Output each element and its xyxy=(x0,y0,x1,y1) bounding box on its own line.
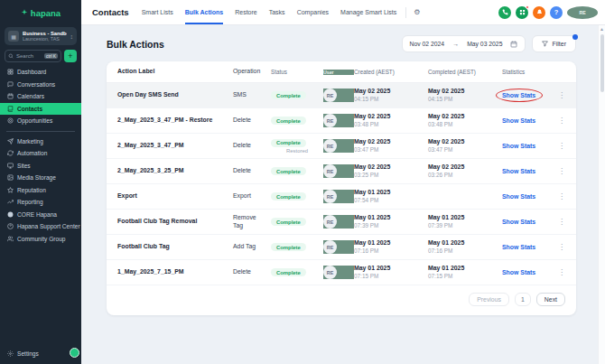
show-stats-link[interactable]: Show Stats xyxy=(502,117,535,124)
user-chip: RE xyxy=(323,114,337,127)
tab-restore[interactable]: Restore xyxy=(235,0,257,24)
sidebar-item-reporting[interactable]: Reporting xyxy=(0,196,81,209)
user-chip: RE xyxy=(323,266,337,279)
status-badge: Complete xyxy=(271,117,306,125)
phone-icon xyxy=(502,9,508,15)
contacts-icon xyxy=(6,106,14,112)
sidebar-item-support-center[interactable]: Hapana Support Center xyxy=(0,220,81,233)
sidebar: hapana ▦ Business - Sandbox Launceston, … xyxy=(0,0,81,364)
row-menu-button[interactable]: ⋮ xyxy=(547,142,565,150)
send-icon xyxy=(6,138,14,145)
col-created: Created (AEST) xyxy=(354,69,428,76)
hapana-spark-icon xyxy=(21,9,28,16)
status-badge: Complete xyxy=(271,139,306,147)
table-row[interactable]: Export Export Complete RE May 01 202507:… xyxy=(107,184,576,210)
tab-smart-lists[interactable]: Smart Lists xyxy=(142,0,173,24)
row-menu-button[interactable]: ⋮ xyxy=(547,117,565,125)
pagination: Previous 1 Next xyxy=(107,285,576,315)
date-to[interactable]: May 03 2025 xyxy=(467,41,502,47)
tab-companies[interactable]: Companies xyxy=(297,0,329,24)
page-title: Bulk Actions xyxy=(107,39,164,50)
col-user: User xyxy=(323,70,354,75)
tab-bulk-actions[interactable]: Bulk Actions xyxy=(185,0,224,24)
sidebar-item-automation[interactable]: Automation xyxy=(0,147,81,160)
contacts-tabs: Smart Lists Bulk Actions Restore Tasks C… xyxy=(142,0,397,24)
tab-settings-gear-icon[interactable]: ⚙ xyxy=(414,8,420,16)
notifications-button[interactable] xyxy=(533,6,545,19)
core-hapana-icon xyxy=(6,211,14,218)
show-stats-link[interactable]: Show Stats xyxy=(502,168,535,174)
sidebar-item-opportunities[interactable]: Opportunities xyxy=(0,115,81,127)
table-row[interactable]: 1_May_2025_7_15_PM Delete Complete RE Ma… xyxy=(107,260,576,285)
filter-button[interactable]: Filter xyxy=(532,35,576,52)
tabs-separator xyxy=(405,7,406,18)
row-menu-button[interactable]: ⋮ xyxy=(547,167,565,175)
show-stats-link[interactable]: Show Stats xyxy=(502,244,535,250)
table-row[interactable]: Football Club Tag Removal Remove Tag Com… xyxy=(107,210,576,235)
sidebar-item-reputation[interactable]: Reputation xyxy=(0,184,81,197)
scroll-up-arrow[interactable]: ▲ xyxy=(599,25,605,33)
topbar: Contacts Smart Lists Bulk Actions Restor… xyxy=(81,0,605,25)
sidebar-item-media-storage[interactable]: Media Storage xyxy=(0,172,81,184)
sidebar-item-core-hapana[interactable]: CORE Hapana xyxy=(0,209,81,221)
sidebar-divider xyxy=(6,131,75,132)
tab-manage-smart-lists[interactable]: Manage Smart Lists xyxy=(340,0,396,24)
sidebar-item-conversations[interactable]: Conversations xyxy=(0,79,81,91)
col-status: Status xyxy=(271,69,323,75)
previous-page-button[interactable]: Previous xyxy=(469,293,509,306)
quick-add-button[interactable]: + xyxy=(64,50,77,62)
monitor-icon xyxy=(6,163,14,169)
trend-icon xyxy=(6,199,14,205)
sidebar-item-dashboard[interactable]: Dashboard xyxy=(0,66,81,79)
search-input[interactable]: Search ctrl K xyxy=(5,50,61,62)
status-badge: Complete xyxy=(271,192,306,201)
main-content: Bulk Actions Nov 02 2024 → May 03 2025 F… xyxy=(81,25,598,364)
scrollbar-thumb[interactable] xyxy=(600,34,604,92)
business-selector[interactable]: ▦ Business - Sandbox Launceston, TAS ↕ xyxy=(5,27,77,45)
bulk-actions-table: Action Label Operation Status User Creat… xyxy=(107,61,576,315)
dashboard-icon xyxy=(6,69,14,75)
next-page-button[interactable]: Next xyxy=(536,293,565,306)
sidebar-item-marketing[interactable]: Marketing xyxy=(0,135,81,148)
business-name: Business - Sandbox xyxy=(23,31,67,37)
target-icon xyxy=(6,117,14,124)
hapana-logo: hapana xyxy=(0,0,81,25)
row-menu-button[interactable]: ⋮ xyxy=(547,218,565,226)
col-operation: Operation xyxy=(233,68,271,76)
show-stats-link[interactable]: Show Stats xyxy=(502,193,535,200)
user-avatar[interactable]: RE xyxy=(567,6,598,19)
current-page-indicator[interactable]: 1 xyxy=(515,293,531,306)
page-scrollbar[interactable]: ▲ xyxy=(598,25,605,364)
row-menu-button[interactable]: ⋮ xyxy=(547,192,565,201)
show-stats-link[interactable]: Show Stats xyxy=(502,219,535,225)
table-row[interactable]: 2_May_2025_3_47_PM - Restore Delete Comp… xyxy=(107,108,576,134)
date-range-picker[interactable]: Nov 02 2024 → May 03 2025 xyxy=(402,35,526,52)
sidebar-collapse-button[interactable] xyxy=(70,348,79,358)
phone-button[interactable] xyxy=(498,6,511,19)
tab-tasks[interactable]: Tasks xyxy=(269,0,285,24)
show-stats-link[interactable]: Show Stats xyxy=(502,143,535,149)
sidebar-item-calendars[interactable]: Calendars xyxy=(0,90,81,103)
table-row[interactable]: Football Club Tag Add Tag Complete RE Ma… xyxy=(107,235,576,260)
sidebar-item-contacts[interactable]: Contacts xyxy=(0,103,81,116)
row-menu-button[interactable]: ⋮ xyxy=(547,91,565,99)
help-circle-icon xyxy=(6,223,14,229)
help-button[interactable]: ? xyxy=(550,6,563,19)
status-badge: Complete xyxy=(271,218,306,226)
search-icon xyxy=(8,53,14,59)
show-stats-link[interactable]: Show Stats xyxy=(502,269,535,275)
apps-launcher-button[interactable] xyxy=(516,6,528,19)
chat-icon xyxy=(6,81,14,88)
show-stats-link[interactable]: Show Stats xyxy=(502,92,535,98)
table-row[interactable]: 2_May_2025_3_25_PM Delete Complete RE Ma… xyxy=(107,159,576,184)
status-sub-label: Restored xyxy=(286,148,308,154)
sidebar-item-community-group[interactable]: Community Group xyxy=(0,233,81,246)
row-menu-button[interactable]: ⋮ xyxy=(547,268,565,276)
user-chip: RE xyxy=(323,240,337,254)
sidebar-item-sites[interactable]: Sites xyxy=(0,160,81,173)
row-menu-button[interactable]: ⋮ xyxy=(547,243,565,251)
date-from[interactable]: Nov 02 2024 xyxy=(410,41,445,47)
table-row[interactable]: 2_May_2025_3_47_PM Delete CompleteRestor… xyxy=(107,134,576,159)
table-row[interactable]: Open Day SMS Send SMS Complete RE May 02… xyxy=(107,83,576,108)
user-chip: RE xyxy=(323,164,337,178)
